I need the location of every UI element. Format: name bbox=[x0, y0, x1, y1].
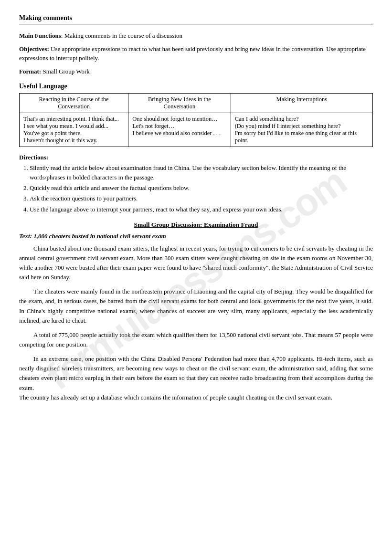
direction-item-4: Use the language above to interrupt your… bbox=[30, 205, 373, 214]
text-label-word: Text: bbox=[19, 232, 32, 240]
table-cell-0: That's an interesting point. I think tha… bbox=[20, 113, 128, 147]
main-functions-label: Main Functions bbox=[19, 32, 61, 39]
table-header-1: Bringing New Ideas in the Conversation bbox=[128, 94, 231, 113]
table-cell-1: One should not forget to mention… Let's … bbox=[128, 113, 231, 147]
language-table: Reacting in the Course of the Conversati… bbox=[19, 93, 373, 147]
objectives: Objectives: Use appropriate expressions … bbox=[19, 44, 373, 63]
direction-item-3: Ask the reaction questions to your partn… bbox=[30, 194, 373, 203]
article-paragraph-3: A total of 775,000 people actually took … bbox=[19, 330, 373, 349]
direction-item-1: Silently read the article below about ex… bbox=[30, 163, 373, 182]
useful-language-title: Useful Language bbox=[19, 83, 373, 90]
article-paragraph-4: In an extreme case, one position with th… bbox=[19, 354, 373, 402]
objectives-label: Objectives: bbox=[19, 45, 49, 53]
directions-title: Directions: bbox=[19, 154, 373, 161]
table-header-0: Reacting in the Course of the Conversati… bbox=[20, 94, 128, 113]
table-header-2: Making Interruptions bbox=[231, 94, 372, 113]
article-paragraph-2: The cheaters were mainly found in the no… bbox=[19, 287, 373, 326]
article-paragraph-1: China busted about one thousand exam sit… bbox=[19, 244, 373, 283]
discussion-title: Small Group Discussion: Examination Frau… bbox=[19, 221, 373, 229]
format-text: Small Group Work bbox=[41, 68, 90, 75]
main-functions-text: : Making comments in the course of a dis… bbox=[61, 32, 182, 39]
text-italic-title: 1,000 cheaters busted in national civil … bbox=[33, 232, 166, 240]
text-label: Text: 1,000 cheaters busted in national … bbox=[19, 232, 373, 240]
table-row: That's an interesting point. I think tha… bbox=[20, 113, 373, 147]
page-title: Making comments bbox=[19, 14, 373, 24]
objectives-text: Use appropriate expressions to react to … bbox=[19, 45, 366, 62]
directions-list: Silently read the article below about ex… bbox=[30, 163, 373, 214]
main-functions: Main Functions: Making comments in the c… bbox=[19, 31, 373, 41]
table-cell-2: Can I add something here? (Do you) mind … bbox=[231, 113, 372, 147]
format-label: Format: bbox=[19, 68, 41, 75]
format: Format: Small Group Work bbox=[19, 67, 373, 76]
direction-item-2: Quickly read this article and answer the… bbox=[30, 183, 373, 193]
